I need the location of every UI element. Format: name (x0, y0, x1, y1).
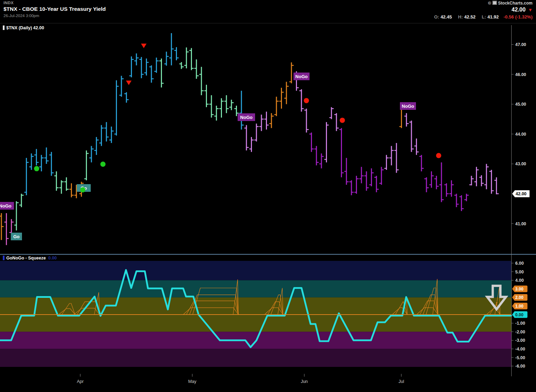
low-value: 41.92 (487, 14, 499, 20)
nogo-badge: NoGo (0, 202, 14, 210)
ohlc-bar (114, 80, 119, 135)
ohlc-bar (149, 65, 154, 83)
ohlc-bar (34, 149, 39, 165)
ohlc-bar (489, 170, 494, 194)
ohlc-bar (384, 155, 389, 170)
ohlc-bar (459, 195, 464, 211)
nogo-badge: NoGo (400, 102, 416, 110)
ohlc-bar (479, 175, 484, 186)
ohlc-bar (269, 113, 274, 128)
ohlc-bar (194, 59, 199, 79)
ohlc-bar (364, 171, 369, 191)
ohlc-bar (64, 177, 69, 191)
price-axis-label: 44.00 (515, 132, 526, 137)
price-axis-label: 41.00 (515, 221, 526, 226)
squeeze-style-icon (3, 256, 5, 260)
squeeze-axis-badge: 3.00 (512, 286, 528, 292)
change-value: -0.56 (-1.32%) (504, 14, 533, 20)
chart-header-left: INDX $TNX - CBOE 10-Year US Treasury Yie… (3, 1, 106, 18)
ohlc-bar (179, 62, 184, 69)
squeeze-bands (0, 261, 512, 367)
ohlc-bar (494, 177, 499, 194)
ohlc-bar (299, 89, 304, 112)
squeeze-axis-badge: 2.00 (512, 294, 528, 301)
nogo-badge: NoGo (238, 113, 255, 121)
main-chart-legend: $TNX (Daily) 42.00 (3, 25, 44, 30)
price-down-triangle-icon: ▼ (528, 7, 533, 13)
svg-text:NoGo: NoGo (295, 74, 307, 79)
ohlc-bar (379, 167, 384, 184)
ohlc-bar (69, 183, 74, 197)
panel-divider (0, 254, 536, 255)
ohlc-bar (419, 155, 424, 171)
x-axis-label: Jun (301, 379, 308, 384)
ohlc-bar (24, 158, 29, 195)
x-axis-label: Apr (77, 379, 83, 384)
ohlc-bar (214, 106, 219, 121)
ohlc-bar (264, 112, 269, 129)
ohlc-bar (374, 176, 379, 192)
ohlc-bar (229, 100, 234, 110)
ohlc-bar (254, 123, 259, 141)
main-legend-text: $TNX (Daily) 42.00 (6, 25, 44, 30)
header-divider (0, 23, 536, 23)
ohlc-bar (394, 143, 399, 173)
ohlc-bar (189, 48, 194, 70)
squeeze-axis-badge: 0.00 (512, 311, 528, 318)
squeeze-axis-label: 6.00 (515, 261, 524, 266)
svg-text:Go: Go (13, 234, 20, 239)
ohlc-bar (169, 33, 174, 65)
ohlc-bar (344, 158, 349, 185)
ohlc-bar (144, 59, 149, 76)
ohlc-bar (324, 122, 329, 163)
ohlc-bar (389, 146, 394, 166)
squeeze-axis-label: -2.00 (515, 330, 526, 334)
x-axis: AprMayJunJul (77, 374, 404, 384)
svg-text:NoGo: NoGo (240, 115, 252, 120)
squeeze-axis-label: -3.00 (515, 338, 526, 343)
nogo-continuation-dot (340, 118, 345, 123)
ohlc-bar (334, 113, 339, 131)
ohlc-bar (289, 62, 294, 83)
ohlc-bar (250, 137, 254, 152)
copyright-symbol: © (488, 1, 491, 6)
stockcharts-chart-window: NoGoGoGoNoGoNoGoNoGo47.0046.0045.0044.00… (0, 0, 536, 392)
ohlc-bar (49, 152, 54, 176)
ohlc-bar (219, 98, 224, 118)
chart-canvas[interactable]: NoGoGoGoNoGoNoGoNoGo47.0046.0045.0044.00… (0, 0, 536, 392)
ohlc-bar (4, 213, 9, 245)
price-bars (0, 33, 499, 245)
ohlc-bar (154, 58, 159, 73)
price-axis-label: 47.00 (515, 42, 526, 47)
ohlc-bar (44, 148, 49, 164)
squeeze-axis-label: -4.00 (515, 347, 526, 352)
ohlc-bar (0, 213, 4, 240)
ohlc-bar (444, 183, 449, 197)
ohlc-bar (159, 59, 164, 88)
right-axis: 47.0046.0045.0044.0043.0041.0042.006.005… (512, 25, 530, 376)
svg-text:42.00: 42.00 (516, 191, 527, 196)
squeeze-axis-label: -5.00 (515, 355, 526, 360)
ohlc-bar (314, 146, 319, 166)
ohlc-bar (439, 163, 444, 202)
svg-text:3.00: 3.00 (515, 287, 524, 292)
price-axis-label: 45.00 (515, 102, 526, 107)
ohlc-bar (184, 47, 189, 68)
open-value: 42.45 (440, 14, 452, 20)
ohlc-bar (29, 153, 34, 170)
svg-text:0.00: 0.00 (515, 312, 524, 317)
ohlc-bar (409, 121, 414, 152)
ohlc-bar (244, 125, 249, 151)
copyright: ©StockCharts.com (429, 1, 533, 6)
ohlc-bar (204, 85, 209, 107)
countertrend-triangle-icon (141, 44, 147, 48)
ohlc-bar (369, 168, 374, 186)
go-badge: Go (11, 233, 22, 240)
ohlc-bar (259, 115, 264, 131)
squeeze-value: 0.00 (48, 256, 57, 261)
ohlc-bar (89, 146, 94, 163)
ohlc-bar (109, 127, 114, 143)
ohlc-bar (124, 92, 129, 103)
ohlc-bar (484, 164, 489, 189)
ohlc-bar (174, 47, 179, 60)
